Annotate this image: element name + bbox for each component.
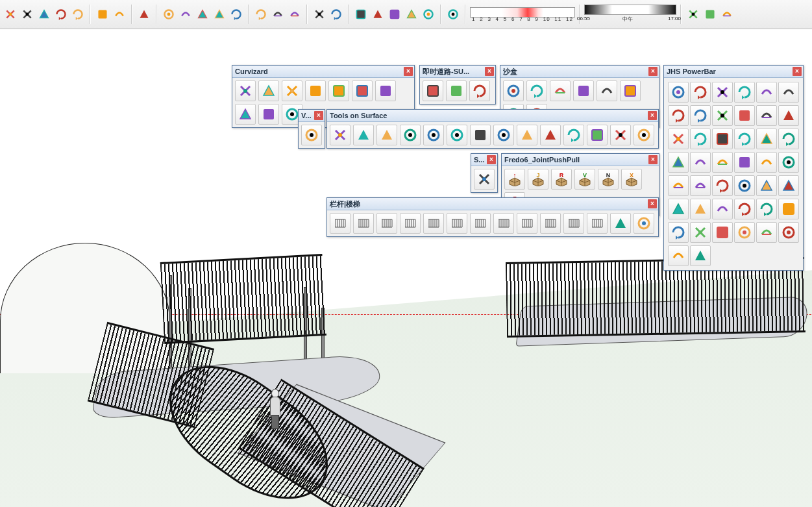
sand-extrude[interactable] bbox=[597, 80, 617, 101]
rail-3[interactable] bbox=[376, 213, 397, 234]
select-arrow-icon[interactable] bbox=[178, 6, 193, 22]
cross-arrows-icon[interactable] bbox=[212, 6, 227, 22]
rail-4[interactable] bbox=[400, 213, 421, 234]
pb-angle[interactable] bbox=[712, 129, 733, 149]
pb-swirl-orange[interactable] bbox=[668, 105, 689, 126]
close-icon[interactable]: × bbox=[648, 155, 658, 164]
house-icon[interactable] bbox=[719, 6, 735, 22]
sand-arrow-red[interactable] bbox=[550, 80, 571, 101]
tos-diamond[interactable] bbox=[634, 125, 654, 145]
pb-blank[interactable] bbox=[778, 222, 799, 243]
panel-railing[interactable]: 栏杆|楼梯 × bbox=[326, 197, 659, 237]
sand-grid[interactable] bbox=[503, 80, 524, 101]
road-oval-set[interactable] bbox=[446, 80, 467, 101]
sand-flip[interactable] bbox=[620, 80, 641, 101]
close-icon[interactable]: × bbox=[404, 67, 413, 76]
rail-6[interactable] bbox=[447, 213, 467, 234]
sheet-blue-icon[interactable] bbox=[353, 6, 369, 22]
book-brown-icon[interactable] bbox=[287, 6, 302, 22]
rail-9[interactable] bbox=[517, 213, 537, 234]
pb-box-orange[interactable] bbox=[712, 175, 733, 196]
pb-diamond-blue[interactable] bbox=[690, 152, 711, 173]
pb-box2[interactable] bbox=[778, 82, 799, 103]
pb-bug-green[interactable] bbox=[756, 175, 777, 196]
pb-sheet-brown[interactable] bbox=[668, 222, 689, 243]
pb-cycle[interactable] bbox=[668, 199, 689, 219]
pb-cubes-blue[interactable] bbox=[778, 199, 799, 219]
curvi-green-open[interactable] bbox=[352, 80, 373, 101]
four-arrows-pink-icon[interactable] bbox=[19, 6, 35, 22]
panel-title[interactable]: S... × bbox=[471, 154, 497, 166]
pb-grid-y3[interactable] bbox=[756, 222, 777, 243]
panel-title[interactable]: Fredo6_JointPushPull × bbox=[502, 154, 659, 166]
s-arc-black[interactable] bbox=[474, 169, 495, 190]
circle-arrows-red-icon[interactable] bbox=[36, 6, 52, 22]
pb-box[interactable] bbox=[756, 82, 777, 103]
jpp-v[interactable]: V bbox=[574, 169, 595, 190]
book-orange-icon[interactable] bbox=[270, 6, 286, 22]
magnify-red-icon[interactable] bbox=[228, 6, 244, 22]
tos-square-blue[interactable] bbox=[563, 125, 584, 145]
pb-grid-y2[interactable] bbox=[734, 222, 755, 243]
panel-jhs-powerbar[interactable]: JHS PowerBar × bbox=[663, 65, 804, 271]
tos-freehand[interactable] bbox=[330, 125, 351, 145]
book-red-icon[interactable] bbox=[253, 6, 269, 22]
rail-10[interactable] bbox=[540, 213, 561, 234]
sand-stamp[interactable] bbox=[573, 80, 594, 101]
curvi-blue[interactable] bbox=[375, 80, 396, 101]
close-icon[interactable]: × bbox=[793, 67, 802, 76]
curvi-green-yellow[interactable] bbox=[282, 80, 302, 101]
tos-line[interactable] bbox=[353, 125, 374, 145]
shadow-toggle-icon[interactable] bbox=[445, 6, 461, 22]
tos-offset[interactable] bbox=[610, 125, 631, 145]
pb-lines[interactable] bbox=[756, 105, 777, 126]
pb-arrows-blue[interactable] bbox=[690, 175, 711, 196]
rail-5[interactable] bbox=[423, 213, 444, 234]
close-icon[interactable]: × bbox=[485, 67, 494, 76]
pb-dots-red2[interactable] bbox=[756, 129, 777, 149]
close-icon[interactable]: × bbox=[487, 155, 496, 164]
jpp-x[interactable]: X bbox=[621, 169, 642, 190]
pb-square-red[interactable] bbox=[734, 105, 755, 126]
pb-dots-blue[interactable] bbox=[712, 152, 733, 173]
pb-bricks[interactable] bbox=[690, 129, 711, 149]
jpp-n[interactable]: N bbox=[598, 169, 619, 190]
pb-corners2[interactable] bbox=[690, 245, 711, 266]
panel-v[interactable]: V... × bbox=[298, 109, 325, 149]
panel-title[interactable]: JHS PowerBar × bbox=[664, 66, 803, 78]
sheet-grey1-icon[interactable] bbox=[387, 6, 402, 22]
panel-s[interactable]: S... × bbox=[471, 153, 498, 193]
close-icon[interactable]: × bbox=[648, 111, 657, 120]
red-sun-icon[interactable] bbox=[3, 6, 18, 22]
jpp-r[interactable]: R bbox=[551, 169, 572, 190]
close-icon[interactable]: × bbox=[648, 67, 658, 76]
close-icon[interactable]: × bbox=[648, 199, 657, 208]
box-blue-icon[interactable] bbox=[312, 6, 327, 22]
tos-rect[interactable] bbox=[376, 125, 397, 145]
tos-circle[interactable] bbox=[400, 125, 421, 145]
pb-grid-y1[interactable] bbox=[712, 222, 733, 243]
pb-box-green[interactable] bbox=[690, 222, 711, 243]
pb-star-red[interactable] bbox=[668, 82, 689, 103]
pb-cubes[interactable] bbox=[734, 199, 755, 219]
curvi-green-x[interactable] bbox=[258, 104, 279, 125]
pb-squares[interactable] bbox=[778, 175, 799, 196]
house-arrow-icon[interactable] bbox=[685, 6, 701, 22]
road-oval[interactable] bbox=[469, 80, 490, 101]
magnify-icon[interactable] bbox=[195, 6, 210, 22]
shadow-slider[interactable]: 123456789101112 bbox=[470, 7, 575, 22]
sheet-grey2-icon[interactable] bbox=[421, 6, 436, 22]
panel-title[interactable]: 沙盒 × bbox=[500, 66, 659, 78]
box-brown-icon[interactable] bbox=[702, 6, 718, 22]
pb-box-blue[interactable] bbox=[756, 199, 777, 219]
pb-undo-red[interactable] bbox=[734, 175, 755, 196]
v-poly-red[interactable] bbox=[301, 125, 322, 145]
jpp-up[interactable]: ↑ bbox=[504, 169, 525, 190]
rail-brush[interactable] bbox=[634, 213, 654, 234]
pb-dots-red[interactable] bbox=[734, 129, 755, 149]
pb-sheet-blue[interactable] bbox=[690, 82, 711, 103]
close-icon[interactable]: × bbox=[314, 111, 323, 120]
panel-title[interactable]: 即时道路-SU... × bbox=[420, 66, 495, 78]
yellow-sun-icon[interactable] bbox=[70, 6, 86, 22]
curvi-green[interactable] bbox=[258, 80, 279, 101]
